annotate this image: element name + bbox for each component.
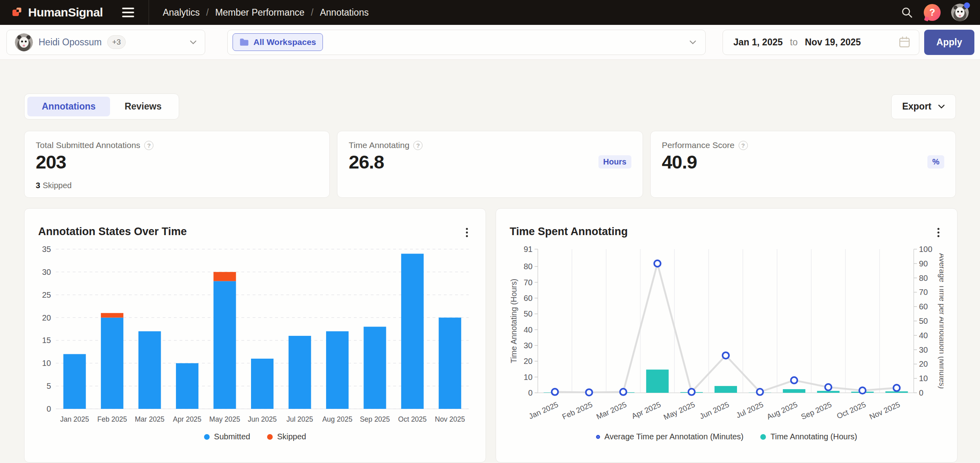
member-select[interactable]: Heidi Opossum +3 xyxy=(6,30,205,55)
submitted-dot-icon xyxy=(204,434,210,440)
date-to-word: to xyxy=(790,37,798,48)
top-bar: HumanSignal Analytics / Member Performan… xyxy=(0,0,980,25)
stat-card-total-submitted: Total Submitted Annotations ? 203 3Skipp… xyxy=(24,131,330,198)
charts-row: Annotation States Over Time 051015202530… xyxy=(24,208,956,463)
member-extra-count: +3 xyxy=(107,35,126,49)
chevron-down-icon xyxy=(190,40,197,45)
date-range-picker[interactable]: Jan 1, 2025 to Nov 19, 2025 xyxy=(723,30,919,55)
svg-text:70: 70 xyxy=(919,288,928,296)
export-label: Export xyxy=(902,101,931,112)
legend-skipped: Skipped xyxy=(267,432,306,441)
skipped-count: 3 xyxy=(36,181,40,190)
chevron-down-icon xyxy=(689,40,696,45)
svg-text:Sep 2025: Sep 2025 xyxy=(360,415,390,423)
svg-text:70: 70 xyxy=(524,278,533,287)
breadcrumb-separator: / xyxy=(206,7,208,18)
svg-text:30: 30 xyxy=(42,268,51,276)
svg-text:40: 40 xyxy=(919,331,928,340)
member-avatar xyxy=(15,33,33,51)
svg-text:40: 40 xyxy=(524,325,533,334)
all-workspaces-chip[interactable]: All Workspaces xyxy=(233,33,323,51)
chart-legend: Average Time per Annotation (Minutes) Ti… xyxy=(510,432,943,441)
svg-text:80: 80 xyxy=(919,274,928,282)
export-button[interactable]: Export xyxy=(891,94,956,119)
svg-text:Jul 2025: Jul 2025 xyxy=(286,415,313,423)
svg-text:35: 35 xyxy=(42,245,51,254)
stat-footnote: 3Skipped xyxy=(36,181,71,190)
svg-text:30: 30 xyxy=(524,341,533,350)
svg-text:May 2025: May 2025 xyxy=(662,400,696,421)
search-icon[interactable] xyxy=(900,6,913,19)
svg-text:20: 20 xyxy=(524,357,533,366)
presence-badge xyxy=(964,2,970,8)
svg-text:Jan 2025: Jan 2025 xyxy=(527,400,559,420)
svg-text:May 2025: May 2025 xyxy=(209,415,240,423)
svg-text:Aug 2025: Aug 2025 xyxy=(766,400,799,421)
svg-text:Mar 2025: Mar 2025 xyxy=(135,415,165,423)
workspace-select[interactable]: All Workspaces xyxy=(227,30,706,55)
calendar-icon xyxy=(898,36,911,49)
folder-icon xyxy=(239,38,249,46)
stat-cards-row: Total Submitted Annotations ? 203 3Skipp… xyxy=(24,131,956,198)
tab-reviews[interactable]: Reviews xyxy=(110,97,176,116)
stat-value: 26.8 xyxy=(349,151,384,173)
svg-text:91: 91 xyxy=(524,245,533,254)
teal-dot-icon xyxy=(760,434,766,440)
tab-annotations[interactable]: Annotations xyxy=(27,97,110,116)
stat-label: Time Annotating xyxy=(349,140,409,150)
apply-button[interactable]: Apply xyxy=(924,30,974,55)
breadcrumb-member-performance[interactable]: Member Performance xyxy=(215,7,304,18)
help-icon[interactable]: ? xyxy=(413,141,423,150)
stat-value: 40.9 xyxy=(662,151,697,173)
svg-text:Apr 2025: Apr 2025 xyxy=(630,400,662,420)
legend-time-annotating: Time Annotating (Hours) xyxy=(760,432,857,441)
stat-value: 203 xyxy=(36,151,66,173)
main-content: Annotations Reviews Export Total Submitt… xyxy=(0,93,980,463)
svg-text:Aug 2025: Aug 2025 xyxy=(322,415,352,423)
svg-text:5: 5 xyxy=(47,382,51,390)
svg-text:Jul 2025: Jul 2025 xyxy=(735,400,765,419)
svg-text:0: 0 xyxy=(528,388,533,397)
stat-card-performance-score: Performance Score ? 40.9 % xyxy=(650,131,956,198)
time-spent-chart: 0102030405060708091010203040506070809010… xyxy=(510,243,943,431)
svg-text:80: 80 xyxy=(524,262,533,271)
chart-title: Time Spent Annotating xyxy=(510,225,628,238)
breadcrumb-separator: / xyxy=(311,7,313,18)
svg-text:Feb 2025: Feb 2025 xyxy=(561,400,594,421)
breadcrumb-analytics[interactable]: Analytics xyxy=(163,7,200,18)
help-icon[interactable]: ? xyxy=(739,141,748,150)
svg-text:60: 60 xyxy=(919,302,928,311)
svg-text:Time Annotating (Hours): Time Annotating (Hours) xyxy=(510,279,518,363)
stat-card-time-annotating: Time Annotating ? 26.8 Hours xyxy=(337,131,643,198)
time-spent-chart-card: Time Spent Annotating 010203040506070809… xyxy=(496,208,958,463)
user-avatar[interactable] xyxy=(951,4,969,21)
skipped-label: Skipped xyxy=(43,181,71,190)
workspace-chip-label: All Workspaces xyxy=(253,37,316,47)
breadcrumb-annotations[interactable]: Annotations xyxy=(320,7,368,18)
stat-label: Performance Score xyxy=(662,140,735,150)
svg-text:Mar 2025: Mar 2025 xyxy=(595,400,628,421)
help-icon[interactable]: ? xyxy=(144,141,153,150)
annotation-states-chart-card: Annotation States Over Time 051015202530… xyxy=(24,208,486,463)
unit-badge: Hours xyxy=(598,155,631,169)
topbar-divider xyxy=(149,0,149,25)
kebab-menu-icon[interactable] xyxy=(462,225,472,240)
svg-text:10: 10 xyxy=(919,374,928,383)
line-marker-icon xyxy=(596,435,600,439)
help-button[interactable]: ? xyxy=(924,4,941,21)
annotation-states-chart: 05101520253035Jan 2025Feb 2025Mar 2025Ap… xyxy=(38,243,472,431)
chart-legend: Submitted Skipped xyxy=(38,432,472,441)
menu-icon[interactable] xyxy=(122,8,134,17)
chevron-down-icon xyxy=(938,104,945,109)
humansignal-logo[interactable]: HumanSignal xyxy=(11,6,103,19)
svg-text:100: 100 xyxy=(919,245,932,254)
svg-text:10: 10 xyxy=(42,359,51,368)
svg-text:50: 50 xyxy=(524,309,533,318)
filter-bar: Heidi Opossum +3 All Workspaces Jan 1, 2… xyxy=(0,25,980,60)
skipped-dot-icon xyxy=(267,434,273,440)
kebab-menu-icon[interactable] xyxy=(933,225,943,240)
svg-text:Feb 2025: Feb 2025 xyxy=(97,415,127,423)
svg-text:Jan 2025: Jan 2025 xyxy=(60,415,89,423)
svg-text:90: 90 xyxy=(919,259,928,268)
svg-text:15: 15 xyxy=(42,336,51,345)
